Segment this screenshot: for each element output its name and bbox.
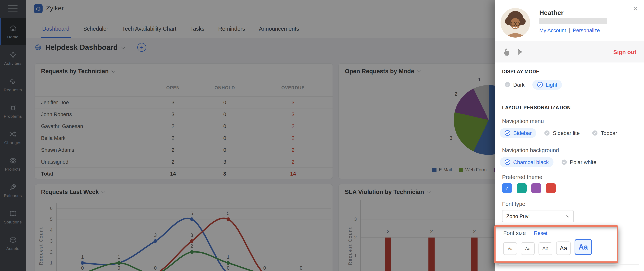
divider: [530, 230, 530, 236]
screen: Home Activities Requests Problems Change…: [0, 0, 644, 271]
radio-check-icon: [504, 159, 510, 165]
font-size-label: Font size: [503, 230, 526, 236]
radio-check-icon: [504, 82, 510, 88]
chevron-down-icon: [566, 214, 570, 217]
nav-background-options: Charcoal black Polar white: [500, 157, 601, 167]
font-size-highlight-box: Font size Reset Aa Aa Aa Aa Aa: [494, 225, 618, 263]
redacted-email: [539, 18, 607, 24]
font-size-option-2[interactable]: Aa: [521, 242, 535, 255]
theme-swatches: ✓: [502, 183, 556, 193]
nav-menu-option-topbar[interactable]: Topbar: [588, 128, 622, 138]
nav-menu-options: Sidebar Sidebar lite Topbar: [500, 128, 622, 138]
nav-bg-option-charcoal-black[interactable]: Charcoal black: [500, 157, 553, 167]
user-name: Heather: [539, 9, 564, 17]
font-size-option-1[interactable]: Aa: [503, 242, 517, 255]
theme-swatch-teal[interactable]: [517, 183, 527, 193]
radio-check-icon: [537, 82, 543, 88]
nav-menu-option-sidebar-lite[interactable]: Sidebar lite: [540, 128, 584, 138]
nav-bg-option-polar-white[interactable]: Polar white: [556, 157, 601, 167]
profile-settings-panel: × Heather My Account | Personalize: [495, 0, 644, 271]
display-mode-options: Dark Light: [500, 80, 562, 90]
display-mode-heading: DISPLAY MODE: [502, 69, 540, 74]
radio-check-icon: [504, 130, 510, 136]
google-play-icon[interactable]: [517, 48, 524, 56]
radio-check-icon: [592, 130, 598, 136]
theme-swatch-red[interactable]: [546, 183, 556, 193]
apple-store-icon[interactable]: [502, 48, 509, 56]
font-type-label: Font type: [502, 201, 525, 207]
font-size-reset-link[interactable]: Reset: [534, 230, 548, 236]
radio-check-icon: [561, 159, 567, 165]
modal-dim-overlay[interactable]: [0, 0, 495, 271]
font-size-option-4[interactable]: Aa: [556, 242, 571, 255]
radio-check-icon: [544, 130, 550, 136]
theme-swatch-purple[interactable]: [531, 183, 541, 193]
font-type-select[interactable]: Zoho Puvi: [502, 210, 574, 222]
divider: [500, 265, 640, 265]
display-mode-option-dark[interactable]: Dark: [500, 80, 529, 90]
close-icon[interactable]: ×: [633, 4, 638, 13]
layout-personalization-heading: LAYOUT PERSONALIZATION: [502, 105, 571, 110]
font-type-value: Zoho Puvi: [506, 213, 530, 219]
nav-menu-option-sidebar[interactable]: Sidebar: [500, 128, 536, 138]
nav-menu-label: Navigation menu: [502, 118, 544, 124]
my-account-link[interactable]: My Account: [539, 27, 566, 33]
avatar[interactable]: [500, 8, 530, 37]
font-size-option-3[interactable]: Aa: [538, 242, 552, 255]
divider: |: [569, 27, 570, 33]
sign-out-button[interactable]: Sign out: [613, 48, 636, 55]
theme-swatch-blue-selected[interactable]: ✓: [502, 183, 512, 193]
preferred-theme-label: Preferred theme: [502, 174, 542, 180]
personalize-link[interactable]: Personalize: [573, 27, 600, 33]
font-size-options: Aa Aa Aa Aa Aa: [503, 239, 592, 255]
mobile-apps-row: Sign out: [495, 41, 644, 62]
nav-background-label: Navigation background: [502, 147, 559, 153]
font-size-option-5-selected[interactable]: Aa: [574, 239, 592, 255]
display-mode-option-light[interactable]: Light: [532, 80, 562, 90]
